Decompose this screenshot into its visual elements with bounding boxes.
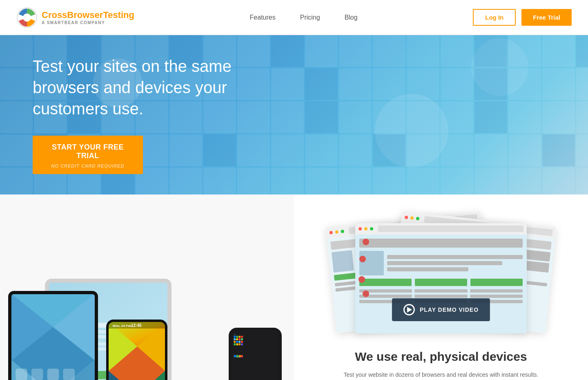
phone-samsung-screen: Mon, 24 Feb 12:45 xyxy=(109,322,165,380)
dot-green-r xyxy=(416,217,420,221)
svg-rect-51 xyxy=(238,343,241,345)
real-devices-heading: We use real, physical devices xyxy=(355,350,527,364)
site-header: CrossBrowserTesting A SMARTBEAR COMPANY … xyxy=(0,0,588,35)
hero-headline: Test your sites on the same browsers and… xyxy=(33,56,286,119)
phone-iphone-screen: 12:45 xyxy=(232,331,279,380)
start-free-trial-cta[interactable]: START YOUR FREE TRIAL NO CREDIT CARD REQ… xyxy=(33,136,143,174)
dot-green-m xyxy=(370,227,373,230)
play-demo-overlay[interactable]: PLAY DEMO VIDEO xyxy=(392,298,490,321)
dot-red-r xyxy=(405,216,408,219)
svg-rect-55 xyxy=(236,355,238,357)
devices-panel: Mon, 24 Feb 12:45 12:45 xyxy=(0,194,294,380)
svg-rect-38 xyxy=(236,335,238,338)
svg-rect-37 xyxy=(234,335,236,338)
phone-iphone: 12:45 xyxy=(229,328,282,380)
svg-rect-54 xyxy=(234,355,236,357)
tablet-black xyxy=(8,291,98,380)
logo-area: CrossBrowserTesting A SMARTBEAR COMPANY xyxy=(16,7,134,28)
bug-marker-4 xyxy=(363,291,369,297)
login-button[interactable]: Log In xyxy=(473,9,516,26)
nav-features[interactable]: Features xyxy=(250,14,276,21)
svg-rect-50 xyxy=(236,343,238,345)
content-section: Mon, 24 Feb 12:45 12:45 xyxy=(0,194,588,380)
browser-toolbar-main xyxy=(355,223,527,235)
logo-text-wrap: CrossBrowserTesting A SMARTBEAR COMPANY xyxy=(42,10,134,25)
browser-card-main: PLAY DEMO VIDEO xyxy=(355,223,527,333)
svg-rect-45 xyxy=(234,341,236,343)
svg-rect-48 xyxy=(241,341,243,343)
svg-rect-42 xyxy=(236,338,238,340)
dot-red-m xyxy=(359,227,362,230)
dot-yellow-m xyxy=(364,227,368,230)
dot-green xyxy=(341,230,344,233)
dot-red xyxy=(329,231,333,235)
browser-illustration: PLAY DEMO VIDEO xyxy=(331,215,551,338)
tablet-black-screen xyxy=(11,294,95,380)
svg-rect-49 xyxy=(234,343,236,345)
svg-rect-44 xyxy=(241,338,243,340)
nav-blog[interactable]: Blog xyxy=(345,14,358,21)
svg-rect-39 xyxy=(238,335,241,338)
logo-icon xyxy=(16,7,38,28)
header-buttons: Log In Free Trial xyxy=(473,9,572,26)
svg-rect-56 xyxy=(239,355,241,357)
svg-rect-43 xyxy=(238,338,241,340)
devices-container: Mon, 24 Feb 12:45 12:45 xyxy=(0,194,294,380)
bug-marker-3 xyxy=(359,276,365,283)
dot-yellow-r xyxy=(410,216,414,220)
svg-rect-12 xyxy=(63,369,75,380)
free-trial-button[interactable]: Free Trial xyxy=(521,9,572,26)
real-devices-text: Test your website in dozens of browsers … xyxy=(343,370,538,380)
hero-left: Test your sites on the same browsers and… xyxy=(33,56,286,174)
browser-address-bar-m xyxy=(378,226,523,232)
cta-sub-text: NO CREDIT CARD REQUIRED xyxy=(33,163,143,174)
svg-rect-58 xyxy=(236,357,241,357)
svg-rect-10 xyxy=(31,369,43,380)
svg-rect-11 xyxy=(47,369,59,380)
cta-main-text: START YOUR FREE TRIAL xyxy=(33,136,143,163)
svg-rect-41 xyxy=(234,338,236,340)
svg-rect-47 xyxy=(238,341,241,343)
logo-brand: CrossBrowserTesting xyxy=(42,10,134,20)
bug-marker-1 xyxy=(363,239,369,245)
play-triangle-icon xyxy=(407,307,412,313)
svg-rect-57 xyxy=(241,355,243,357)
phone-samsung: Mon, 24 Feb 12:45 xyxy=(106,320,167,380)
svg-text:12:45: 12:45 xyxy=(234,334,236,335)
nav-links: Features Pricing Blog xyxy=(250,14,358,21)
bug-marker-2 xyxy=(359,256,366,262)
svg-point-1 xyxy=(23,13,31,22)
svg-rect-40 xyxy=(241,335,243,338)
logo-subtitle: A SMARTBEAR COMPANY xyxy=(42,20,134,25)
play-circle-icon xyxy=(403,304,415,315)
dot-yellow xyxy=(335,230,339,234)
svg-rect-52 xyxy=(241,343,243,345)
svg-rect-46 xyxy=(236,341,238,343)
hero-section: (function(){ const container = document.… xyxy=(0,35,588,194)
play-demo-label: PLAY DEMO VIDEO xyxy=(420,306,479,313)
content-right: PLAY DEMO VIDEO We use real, physical de… xyxy=(294,194,588,380)
svg-text:Mon, 24 Feb: Mon, 24 Feb xyxy=(113,324,131,328)
svg-rect-9 xyxy=(16,369,27,380)
nav-pricing[interactable]: Pricing xyxy=(300,14,320,21)
svg-text:12:45: 12:45 xyxy=(131,323,142,328)
